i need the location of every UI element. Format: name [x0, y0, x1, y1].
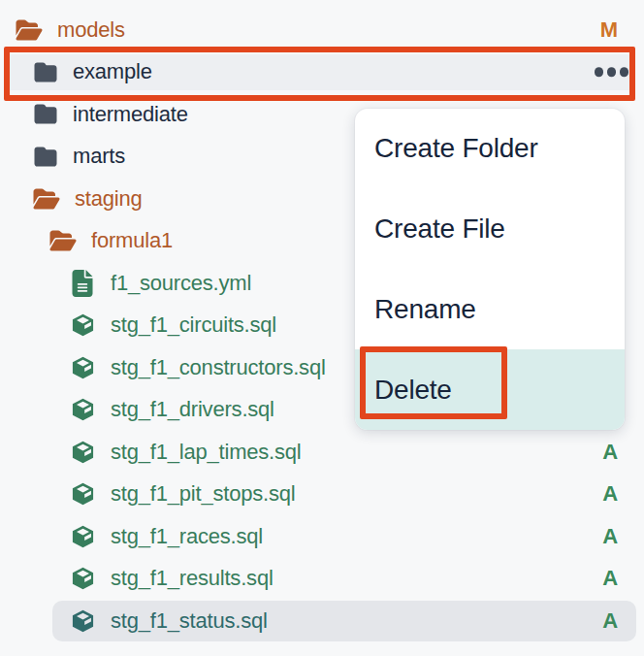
context-menu: Create Folder Create File Rename Delete	[355, 109, 625, 430]
ellipsis-menu-icon[interactable]	[595, 68, 629, 78]
tree-item-stg-f1-status[interactable]: stg_f1_status.sql A	[0, 600, 644, 642]
tree-item-stg-f1-races[interactable]: stg_f1_races.sql A	[0, 515, 644, 558]
menu-item-create-folder[interactable]: Create Folder	[355, 109, 625, 189]
model-file-icon	[70, 523, 96, 550]
file-name: stg_f1_constructors.sql	[111, 355, 326, 380]
git-status-badge-added: A	[602, 440, 618, 465]
folder-open-icon	[16, 18, 43, 42]
folder-name: marts	[73, 144, 125, 169]
folder-name: intermediate	[73, 102, 188, 127]
folder-open-icon	[49, 229, 77, 252]
file-name: stg_f1_status.sql	[111, 608, 268, 634]
tree-item-stg-f1-lap-times[interactable]: stg_f1_lap_times.sql A	[0, 431, 644, 474]
git-status-badge-added: A	[602, 481, 618, 507]
menu-item-delete[interactable]: Delete	[355, 349, 625, 430]
folder-name: example	[73, 59, 152, 84]
git-status-badge-added: A	[602, 524, 618, 549]
file-name: stg_f1_results.sql	[111, 566, 274, 591]
folder-name: formula1	[91, 228, 173, 253]
tree-item-models[interactable]: models M	[0, 9, 644, 51]
file-name: stg_f1_races.sql	[111, 524, 263, 549]
menu-item-rename[interactable]: Rename	[355, 270, 625, 350]
folder-name: staging	[75, 186, 143, 212]
yaml-file-icon	[72, 270, 93, 297]
git-status-badge-added: A	[602, 566, 618, 591]
file-name: stg_f1_pit_stops.sql	[111, 481, 295, 507]
model-file-icon	[70, 565, 96, 592]
file-name: stg_f1_lap_times.sql	[111, 440, 302, 465]
folder-icon	[33, 61, 58, 83]
model-file-icon	[70, 607, 96, 635]
folder-name: models	[57, 17, 125, 43]
file-name: stg_f1_drivers.sql	[111, 397, 274, 422]
model-file-icon	[70, 439, 96, 466]
menu-item-create-file[interactable]: Create File	[355, 189, 625, 270]
file-explorer-panel: models M example intermediate marts stag…	[0, 0, 644, 656]
tree-item-stg-f1-pit-stops[interactable]: stg_f1_pit_stops.sql A	[0, 474, 644, 516]
git-status-badge-added: A	[602, 608, 618, 634]
file-name: f1_sources.yml	[111, 271, 251, 296]
folder-icon	[33, 146, 58, 168]
file-name: stg_f1_circuits.sql	[111, 312, 276, 338]
tree-item-stg-f1-results[interactable]: stg_f1_results.sql A	[0, 558, 644, 601]
folder-icon	[33, 103, 58, 125]
folder-open-icon	[33, 187, 60, 211]
model-file-icon	[70, 480, 96, 508]
tree-item-example[interactable]: example	[0, 51, 644, 94]
model-file-icon	[70, 396, 96, 423]
git-status-badge-modified: M	[600, 17, 618, 43]
model-file-icon	[70, 312, 96, 339]
model-file-icon	[70, 354, 96, 381]
